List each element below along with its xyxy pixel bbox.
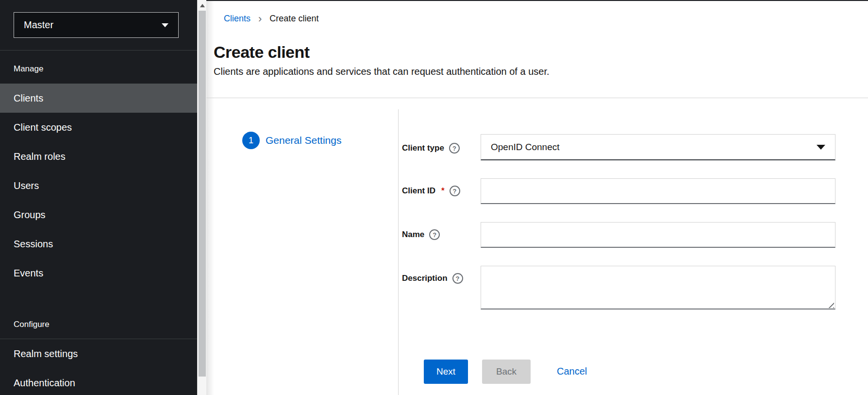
wizard-step-number-badge: 1 bbox=[242, 132, 260, 149]
help-icon[interactable]: ? bbox=[429, 229, 440, 240]
sidebar-item-realm-settings[interactable]: Realm settings bbox=[0, 339, 197, 368]
name-input[interactable] bbox=[481, 222, 835, 248]
sidebar-item-label: Users bbox=[14, 180, 39, 191]
sidebar-divider bbox=[0, 50, 197, 51]
content-left-shadow bbox=[206, 1, 214, 395]
required-indicator: * bbox=[441, 186, 445, 196]
cancel-link[interactable]: Cancel bbox=[557, 366, 587, 377]
sidebar-item-authentication[interactable]: Authentication bbox=[0, 368, 197, 395]
page-subtitle: Clients are applications and services th… bbox=[214, 66, 550, 77]
realm-selector-value: Master bbox=[24, 19, 162, 31]
scrollbar-thumb[interactable] bbox=[199, 11, 206, 377]
back-button: Back bbox=[482, 360, 531, 384]
description-label-row: Description ? bbox=[402, 272, 463, 285]
caret-down-icon bbox=[162, 23, 168, 27]
sidebar-item-label: Realm roles bbox=[14, 151, 66, 162]
sidebar-item-label: Client scopes bbox=[14, 122, 72, 133]
client-type-label: Client type bbox=[402, 143, 444, 153]
breadcrumb-current: Create client bbox=[269, 14, 318, 24]
breadcrumb: Clients › Create client bbox=[224, 14, 318, 24]
sidebar-item-label: Events bbox=[14, 268, 43, 279]
next-button[interactable]: Next bbox=[424, 360, 468, 384]
sidebar-section-configure: Configure bbox=[14, 320, 50, 329]
top-edge-strip bbox=[206, 0, 868, 1]
wizard-step-label: General Settings bbox=[266, 135, 341, 146]
sidebar-item-label: Realm settings bbox=[14, 348, 78, 360]
help-icon[interactable]: ? bbox=[452, 273, 463, 284]
sidebar-item-realm-roles[interactable]: Realm roles bbox=[0, 142, 197, 171]
sidebar-item-client-scopes[interactable]: Client scopes bbox=[0, 113, 197, 142]
scroll-up-button[interactable] bbox=[198, 0, 207, 11]
description-label: Description bbox=[402, 274, 448, 283]
breadcrumb-separator-icon: › bbox=[258, 15, 262, 23]
realm-selector[interactable]: Master bbox=[14, 12, 179, 38]
help-icon[interactable]: ? bbox=[449, 143, 460, 154]
main-content: Clients › Create client Create client Cl… bbox=[206, 0, 868, 395]
caret-down-icon bbox=[817, 145, 825, 150]
sidebar-item-label: Clients bbox=[14, 93, 43, 104]
sidebar-item-label: Groups bbox=[14, 209, 46, 221]
wizard-step-general-settings[interactable]: 1 General Settings bbox=[242, 132, 341, 149]
client-id-input[interactable] bbox=[481, 178, 835, 204]
breadcrumb-link-clients[interactable]: Clients bbox=[224, 14, 250, 24]
client-type-select-value: OpenID Connect bbox=[491, 142, 817, 153]
client-id-label: Client ID bbox=[402, 186, 435, 196]
name-label: Name bbox=[402, 230, 424, 240]
sidebar-item-users[interactable]: Users bbox=[0, 171, 197, 200]
sidebar-item-sessions[interactable]: Sessions bbox=[0, 229, 197, 258]
client-type-label-row: Client type ? bbox=[402, 142, 460, 155]
help-icon[interactable]: ? bbox=[450, 186, 460, 196]
sidebar-item-events[interactable]: Events bbox=[0, 258, 197, 288]
vertical-scrollbar[interactable] bbox=[197, 0, 206, 395]
sidebar-item-label: Sessions bbox=[14, 239, 53, 250]
name-label-row: Name ? bbox=[402, 228, 440, 241]
header-divider bbox=[206, 98, 868, 98]
sidebar-item-clients[interactable]: Clients bbox=[0, 84, 197, 113]
description-textarea[interactable] bbox=[481, 266, 835, 309]
client-type-select[interactable]: OpenID Connect bbox=[481, 134, 835, 160]
sidebar-section-manage: Manage bbox=[14, 64, 43, 74]
wizard-nav-divider bbox=[398, 109, 399, 395]
app-window: Master Manage Clients Client scopes Real… bbox=[0, 0, 868, 395]
sidebar-item-label: Authentication bbox=[14, 378, 75, 389]
page-title: Create client bbox=[214, 43, 310, 62]
client-id-label-row: Client ID * ? bbox=[402, 185, 460, 197]
sidebar: Master Manage Clients Client scopes Real… bbox=[0, 0, 197, 395]
scroll-up-arrow-icon bbox=[200, 4, 205, 7]
sidebar-item-groups[interactable]: Groups bbox=[0, 200, 197, 229]
